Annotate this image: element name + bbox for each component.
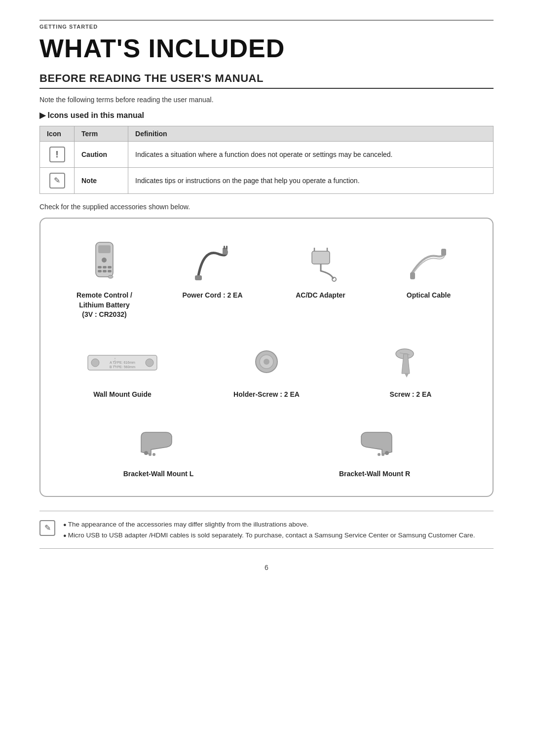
accessory-holder-screw: Holder-Screw : 2 EA: [194, 332, 339, 407]
accessories-row1: Remote Control /Lithium Battery(3V : CR2…: [50, 232, 483, 327]
svg-text:A TYPE: 616mm: A TYPE: 616mm: [110, 361, 135, 364]
caution-def: Indicates a situation where a function d…: [128, 142, 494, 168]
svg-rect-8: [108, 270, 112, 272]
svg-rect-12: [226, 246, 228, 249]
holder-screw-label: Holder-Screw : 2 EA: [233, 390, 300, 400]
bracket-r-label: Bracket-Wall Mount R: [339, 469, 410, 479]
svg-point-39: [378, 453, 381, 456]
optical-cable-image: [409, 241, 449, 286]
svg-point-23: [146, 359, 153, 367]
accessory-bracket-r: Bracket-Wall Mount R: [266, 411, 483, 486]
bottom-note: ✎ The appearance of the accessories may …: [39, 511, 494, 549]
svg-point-37: [385, 451, 389, 455]
bottom-note-text: The appearance of the accessories may di…: [63, 519, 475, 540]
page-number: 6: [39, 564, 494, 571]
bracket-l-label: Bracket-Wall Mount L: [123, 469, 194, 479]
icons-subtitle: Icons used in this manual: [39, 111, 494, 120]
svg-rect-7: [103, 270, 107, 272]
col-definition: Definition: [128, 126, 494, 142]
bracket-l-image: [136, 420, 181, 464]
accessories-row2: A TYPE: 616mm B TYPE: 560mm Wall Mount G…: [50, 332, 483, 407]
svg-point-34: [144, 451, 148, 455]
accessories-row3: Bracket-Wall Mount L Bracket-Wall Mount …: [50, 411, 483, 486]
svg-text:B TYPE: 560mm: B TYPE: 560mm: [110, 365, 135, 369]
svg-rect-14: [312, 251, 330, 264]
remote-control-label: Remote Control /Lithium Battery(3V : CR2…: [76, 291, 132, 320]
svg-rect-1: [98, 245, 111, 253]
svg-point-38: [381, 453, 384, 456]
accessory-remote-control: Remote Control /Lithium Battery(3V : CR2…: [50, 232, 158, 327]
svg-rect-6: [98, 270, 102, 272]
svg-marker-33: [405, 374, 409, 378]
col-term: Term: [75, 126, 128, 142]
accessory-screw: Screw : 2 EA: [339, 332, 483, 407]
optical-cable-label: Optical Cable: [407, 291, 451, 301]
note-symbol: ✎: [39, 520, 55, 536]
note-intro: Note the following terms before reading …: [39, 96, 494, 104]
check-text: Check for the supplied accessories shown…: [39, 203, 494, 211]
svg-rect-20: [410, 272, 415, 279]
bottom-note-item-1: The appearance of the accessories may di…: [63, 519, 475, 530]
svg-point-29: [264, 359, 269, 365]
svg-rect-13: [195, 275, 202, 280]
note-icon-bottom: ✎: [39, 520, 55, 536]
accessory-power-cord: Power Cord : 2 EA: [158, 232, 266, 327]
note-icon-cell: ✎: [40, 168, 75, 194]
svg-rect-3: [98, 266, 102, 268]
accessories-box: Remote Control /Lithium Battery(3V : CR2…: [39, 218, 494, 497]
section-title: BEFORE READING THE USER'S MANUAL: [39, 72, 494, 89]
accessory-optical-cable: Optical Cable: [375, 232, 483, 327]
svg-point-16: [332, 277, 336, 281]
accessory-wall-mount-guide: A TYPE: 616mm B TYPE: 560mm Wall Mount G…: [50, 332, 194, 407]
caution-term: Caution: [75, 142, 128, 168]
acdc-adapter-label: AC/DC Adapter: [296, 291, 345, 301]
icons-table: Icon Term Definition ! Caution Indicates…: [39, 126, 494, 194]
screw-image: [391, 340, 430, 385]
svg-rect-11: [224, 246, 225, 249]
svg-rect-19: [441, 249, 446, 256]
bracket-r-image: [352, 420, 397, 464]
screw-label: Screw : 2 EA: [390, 390, 432, 400]
svg-point-22: [91, 359, 99, 367]
caution-icon-cell: !: [40, 142, 75, 168]
svg-point-9: [108, 275, 113, 278]
power-cord-label: Power Cord : 2 EA: [182, 291, 242, 301]
acdc-adapter-image: [301, 241, 341, 286]
getting-started-label: GETTING STARTED: [39, 20, 494, 30]
col-icon: Icon: [40, 126, 75, 142]
wall-mount-guide-image: A TYPE: 616mm B TYPE: 560mm: [85, 340, 159, 385]
power-cord-image: [193, 241, 232, 286]
bottom-note-item-2: Micro USB to USB adapter /HDMI cables is…: [63, 530, 475, 541]
note-term: Note: [75, 168, 128, 194]
svg-point-2: [102, 258, 107, 263]
note-def: Indicates tips or instructions on the pa…: [128, 168, 494, 194]
holder-screw-image: [247, 340, 286, 385]
svg-rect-4: [103, 266, 107, 268]
caution-icon: !: [49, 147, 65, 162]
svg-rect-5: [108, 266, 112, 268]
note-icon: ✎: [49, 173, 65, 189]
wall-mount-guide-label: Wall Mount Guide: [93, 390, 152, 400]
accessory-bracket-l: Bracket-Wall Mount L: [50, 411, 266, 486]
svg-point-35: [149, 453, 152, 456]
accessory-acdc-adapter: AC/DC Adapter: [266, 232, 375, 327]
page-title: WHAT'S INCLUDED: [39, 34, 494, 63]
svg-point-36: [152, 453, 155, 456]
remote-control-image: [91, 241, 118, 286]
